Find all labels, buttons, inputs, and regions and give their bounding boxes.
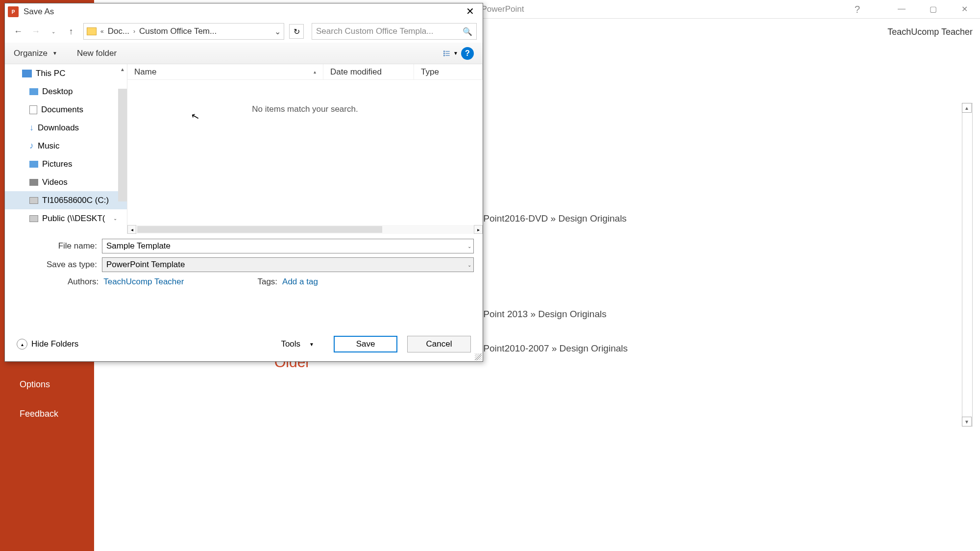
tools-button[interactable]: Tools▼ <box>271 336 324 352</box>
folder-icon <box>87 27 97 35</box>
chevron-up-icon: ▴ <box>17 339 27 350</box>
up-button[interactable]: ↑ <box>64 24 78 39</box>
download-icon: ↓ <box>29 123 34 133</box>
drive-icon <box>29 197 38 204</box>
breadcrumb-current[interactable]: Custom Office Tem... <box>139 26 217 36</box>
organize-button[interactable]: Organize▼ <box>14 49 57 58</box>
file-list-header: Name▴ Date modified Type <box>127 64 483 80</box>
svg-rect-2 <box>443 52 445 54</box>
dialog-toolbar: Organize▼ New folder ▼ ? <box>5 43 483 64</box>
user-label[interactable]: TeachUcomp Teacher <box>887 27 973 37</box>
scrollbar[interactable]: ▲ ▼ <box>962 103 973 426</box>
svg-rect-3 <box>445 53 449 53</box>
svg-rect-5 <box>445 55 449 55</box>
dialog-title: Save As <box>24 7 54 17</box>
dropdown-icon[interactable]: ⌄ <box>467 244 471 249</box>
videos-icon <box>29 179 38 186</box>
dialog-body: ▲ This PC Desktop Documents ↓ Downloads … <box>5 64 483 234</box>
address-bar[interactable]: « Doc... › Custom Office Tem... ⌄ <box>83 23 284 40</box>
window-controls: — ▢ ✕ <box>886 0 980 18</box>
search-box[interactable]: Search Custom Office Templa... 🔍 <box>312 23 477 40</box>
tree-music[interactable]: ♪ Music <box>5 137 127 155</box>
tree-downloads[interactable]: ↓ Downloads <box>5 119 127 137</box>
forward-button[interactable]: → <box>28 24 43 39</box>
save-as-dialog: P Save As ✕ ← → ⌄ ↑ « Doc... › Custom Of… <box>4 3 483 362</box>
dialog-titlebar[interactable]: P Save As ✕ <box>5 3 483 20</box>
sort-asc-icon: ▴ <box>314 69 316 75</box>
tags-label: Tags: <box>257 277 277 287</box>
search-icon[interactable]: 🔍 <box>463 27 472 36</box>
scroll-right-icon[interactable]: ▸ <box>474 225 483 234</box>
music-icon: ♪ <box>29 141 34 151</box>
cancel-button[interactable]: Cancel <box>407 336 471 352</box>
close-button[interactable]: ✕ <box>949 0 980 18</box>
help-icon[interactable]: ? <box>855 4 860 15</box>
desktop-icon <box>29 88 38 95</box>
hscroll-thumb[interactable] <box>137 226 382 233</box>
empty-message: No items match your search. <box>127 104 483 114</box>
recent-path-3[interactable]: rPoint2010-2007 » Design Originals <box>480 343 628 354</box>
tree-scroll-up-icon[interactable]: ▲ <box>118 64 127 74</box>
dialog-fields: File name: Sample Template ⌄ Save as typ… <box>5 234 483 287</box>
minimize-button[interactable]: — <box>886 0 917 18</box>
svg-rect-4 <box>443 54 445 56</box>
file-list: Name▴ Date modified Type No items match … <box>127 64 483 234</box>
tree-local-drive[interactable]: TI10658600C (C:) <box>5 191 127 209</box>
save-type-select[interactable]: PowerPoint Template ⌄ <box>102 257 474 272</box>
resize-grip[interactable] <box>475 353 482 360</box>
tree-videos[interactable]: Videos <box>5 173 127 191</box>
column-type[interactable]: Type <box>414 64 483 79</box>
search-placeholder: Search Custom Office Templa... <box>316 26 463 36</box>
sidebar-item-feedback[interactable]: Feedback <box>0 402 94 426</box>
refresh-button[interactable]: ↻ <box>289 24 304 39</box>
tags-value[interactable]: Add a tag <box>282 277 318 287</box>
scroll-up-icon[interactable]: ▲ <box>962 103 972 113</box>
dropdown-icon[interactable]: ⌄ <box>467 262 471 268</box>
recent-path-1[interactable]: rPoint2016-DVD » Design Originals <box>480 213 627 224</box>
scroll-left-icon[interactable]: ◂ <box>127 225 136 234</box>
tree-documents[interactable]: Documents <box>5 100 127 119</box>
filename-input[interactable]: Sample Template ⌄ <box>102 239 474 253</box>
network-drive-icon <box>29 215 38 222</box>
authors-value[interactable]: TeachUcomp Teacher <box>103 277 184 287</box>
navigation-bar: ← → ⌄ ↑ « Doc... › Custom Office Tem... … <box>5 20 483 43</box>
column-name[interactable]: Name▴ <box>127 64 323 79</box>
tree-this-pc[interactable]: This PC <box>5 64 127 82</box>
folder-tree: ▲ This PC Desktop Documents ↓ Downloads … <box>5 64 127 234</box>
hide-folders-button[interactable]: ▴ Hide Folders <box>17 339 78 350</box>
pictures-icon <box>29 161 38 168</box>
svg-rect-1 <box>445 51 449 51</box>
sidebar-item-options[interactable]: Options <box>0 373 94 397</box>
chevron-down-icon[interactable]: ⌄ <box>113 216 117 221</box>
tree-network-drive[interactable]: Public (\\DESKT( ⌄ <box>5 209 127 227</box>
breadcrumb-documents[interactable]: Doc... <box>108 26 129 36</box>
column-date[interactable]: Date modified <box>323 64 414 79</box>
authors-label: Authors: <box>68 277 98 287</box>
horizontal-scrollbar[interactable]: ◂ ▸ <box>127 225 483 234</box>
svg-rect-0 <box>443 50 445 52</box>
dialog-footer: ▴ Hide Folders Tools▼ Save Cancel <box>5 327 483 361</box>
powerpoint-icon: P <box>8 6 19 17</box>
save-button[interactable]: Save <box>334 336 397 352</box>
breadcrumb-sep[interactable]: « <box>98 28 106 35</box>
scrollbar-track[interactable] <box>962 103 973 426</box>
monitor-icon <box>22 70 32 77</box>
tree-desktop[interactable]: Desktop <box>5 82 127 100</box>
tree-pictures[interactable]: Pictures <box>5 155 127 173</box>
scroll-down-icon[interactable]: ▼ <box>962 417 972 426</box>
filename-label: File name: <box>14 241 102 251</box>
save-type-label: Save as type: <box>14 260 102 270</box>
history-dropdown-icon[interactable]: ⌄ <box>46 24 61 39</box>
close-icon[interactable]: ✕ <box>460 4 480 18</box>
recent-path-2[interactable]: rPoint 2013 » Design Originals <box>480 309 607 320</box>
new-folder-button[interactable]: New folder <box>77 49 117 58</box>
address-dropdown-icon[interactable]: ⌄ <box>274 27 281 36</box>
chevron-right-icon[interactable]: › <box>131 28 137 35</box>
document-icon <box>29 105 37 114</box>
maximize-button[interactable]: ▢ <box>917 0 949 18</box>
tree-scrollbar-thumb[interactable] <box>118 89 127 201</box>
back-button[interactable]: ← <box>11 24 25 39</box>
view-options-button[interactable]: ▼ <box>443 46 458 61</box>
help-icon[interactable]: ? <box>461 47 474 60</box>
